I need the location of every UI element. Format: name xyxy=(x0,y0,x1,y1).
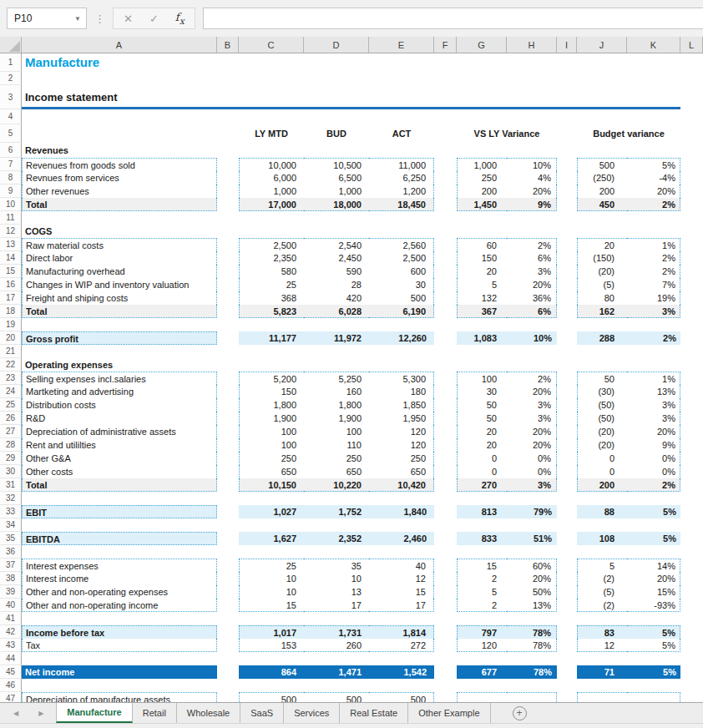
cell-H33[interactable]: 79% xyxy=(507,505,557,518)
cell-G44[interactable] xyxy=(457,652,507,665)
cell-F39[interactable] xyxy=(434,585,457,599)
row-header-2[interactable]: 2 xyxy=(0,72,22,85)
sheet-tab-services[interactable]: Services xyxy=(284,703,340,723)
cell-D35[interactable]: 2,352 xyxy=(304,532,369,545)
cell-I46[interactable] xyxy=(557,679,577,692)
cell-J33[interactable]: 88 xyxy=(577,505,627,518)
cell-J31[interactable]: 200 xyxy=(577,478,627,492)
cell-D15[interactable]: 590 xyxy=(304,265,369,278)
cell-K36[interactable] xyxy=(627,545,680,559)
cell-B5[interactable] xyxy=(217,124,239,143)
row-header-33[interactable]: 33 xyxy=(0,505,22,518)
cell-F26[interactable] xyxy=(434,412,457,425)
cell-C46[interactable] xyxy=(239,679,304,692)
cell-B13[interactable] xyxy=(217,238,239,251)
cell-A31[interactable]: Total xyxy=(22,478,217,492)
cell-K4[interactable] xyxy=(627,109,680,124)
cell-H10[interactable]: 9% xyxy=(507,198,557,211)
cell-H34[interactable] xyxy=(507,518,557,532)
row-header-46[interactable]: 46 xyxy=(0,679,22,692)
cell-E30[interactable]: 650 xyxy=(369,465,434,478)
row-header-26[interactable]: 26 xyxy=(0,412,22,425)
cell-F34[interactable] xyxy=(434,518,457,532)
cell-E15[interactable]: 600 xyxy=(369,265,434,278)
cell-I22[interactable] xyxy=(557,358,577,372)
cell-J12[interactable] xyxy=(577,225,627,238)
cell-C35[interactable]: 1,627 xyxy=(239,532,304,545)
cell-H18[interactable]: 6% xyxy=(507,305,557,318)
row-header-7[interactable]: 7 xyxy=(0,158,22,171)
cell-G15[interactable]: 20 xyxy=(457,265,507,278)
cell-K12[interactable] xyxy=(627,225,680,238)
cell-L18[interactable] xyxy=(680,305,703,318)
cell-A2[interactable] xyxy=(22,72,217,85)
cell-F9[interactable] xyxy=(434,185,457,198)
cell-K16[interactable]: 7% xyxy=(627,278,680,291)
cell-G35[interactable]: 833 xyxy=(457,532,507,545)
header-bud[interactable]: BUD xyxy=(304,124,369,143)
cell-I6[interactable] xyxy=(557,143,577,158)
cell-B31[interactable] xyxy=(217,478,239,492)
cell-C36[interactable] xyxy=(239,545,304,559)
cell-L39[interactable] xyxy=(680,585,703,599)
cell-B24[interactable] xyxy=(217,385,239,398)
cell-C45[interactable]: 864 xyxy=(239,665,304,679)
cell-K43[interactable]: 5% xyxy=(627,639,680,652)
cell-E6[interactable] xyxy=(369,143,434,158)
cell-B26[interactable] xyxy=(217,412,239,425)
cell-I34[interactable] xyxy=(557,518,577,532)
cell-H36[interactable] xyxy=(507,545,557,559)
cell-J24[interactable]: (30) xyxy=(577,385,627,398)
cell-D13[interactable]: 2,540 xyxy=(304,238,369,251)
col-header-E[interactable]: E xyxy=(369,37,434,53)
cell-B39[interactable] xyxy=(217,585,239,599)
cell-H13[interactable]: 2% xyxy=(507,238,557,251)
cell-D39[interactable]: 13 xyxy=(304,585,369,599)
cell-D11[interactable] xyxy=(304,211,369,225)
cell-G45[interactable]: 677 xyxy=(457,665,507,679)
cell-F8[interactable] xyxy=(434,171,457,185)
cell-E21[interactable] xyxy=(369,345,434,358)
cell-J3[interactable] xyxy=(577,85,627,109)
cell-F21[interactable] xyxy=(434,345,457,358)
cell-G24[interactable]: 30 xyxy=(457,385,507,398)
cell-C18[interactable]: 5,823 xyxy=(239,305,304,318)
cell-A11[interactable] xyxy=(22,211,217,225)
cell-K21[interactable] xyxy=(627,345,680,358)
cell-H30[interactable]: 0% xyxy=(507,465,557,478)
cell-L26[interactable] xyxy=(680,412,703,425)
cell-B36[interactable] xyxy=(217,545,239,559)
cell-L2[interactable] xyxy=(680,72,703,85)
cell-L35[interactable] xyxy=(680,532,703,545)
cell-J23[interactable]: 50 xyxy=(577,372,627,385)
row-header-13[interactable]: 13 xyxy=(0,238,22,251)
cell-C28[interactable]: 100 xyxy=(239,438,304,452)
cell-D29[interactable]: 250 xyxy=(304,452,369,465)
cell-C44[interactable] xyxy=(239,652,304,665)
cell-E34[interactable] xyxy=(369,518,434,532)
cell-D23[interactable]: 5,250 xyxy=(304,372,369,385)
cell-H21[interactable] xyxy=(507,345,557,358)
cell-J18[interactable]: 162 xyxy=(577,305,627,318)
cell-I43[interactable] xyxy=(557,639,577,652)
cell-B1[interactable] xyxy=(217,53,239,72)
cell-A9[interactable]: Other revenues xyxy=(22,185,217,198)
cell-A12[interactable]: COGS xyxy=(22,225,217,238)
cell-B10[interactable] xyxy=(217,198,239,211)
cell-H40[interactable]: 13% xyxy=(507,599,557,612)
row-header-16[interactable]: 16 xyxy=(0,278,22,291)
cell-J17[interactable]: 80 xyxy=(577,291,627,305)
cell-A37[interactable]: Interest expenses xyxy=(22,559,217,572)
cell-C29[interactable]: 250 xyxy=(239,452,304,465)
cell-E29[interactable]: 250 xyxy=(369,452,434,465)
cell-G33[interactable]: 813 xyxy=(457,505,507,518)
cell-A45[interactable]: Net income xyxy=(22,665,217,679)
cell-I26[interactable] xyxy=(557,412,577,425)
cell-J35[interactable]: 108 xyxy=(577,532,627,545)
cell-J6[interactable] xyxy=(577,143,627,158)
cell-K17[interactable]: 19% xyxy=(627,291,680,305)
cell-B3[interactable] xyxy=(217,85,239,109)
cell-D14[interactable]: 2,450 xyxy=(304,251,369,265)
cell-I37[interactable] xyxy=(557,559,577,572)
cell-J1[interactable] xyxy=(577,53,627,72)
